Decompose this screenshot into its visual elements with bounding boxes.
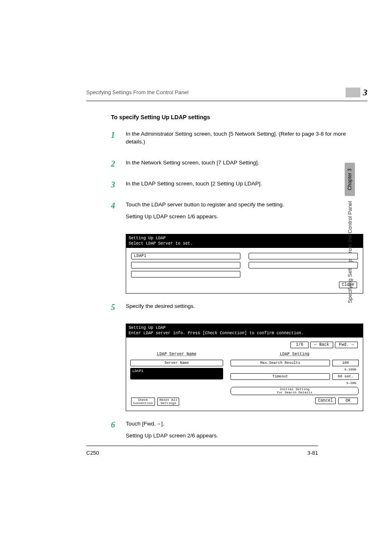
step-text: Touch [Fwd.→]. [126, 420, 363, 428]
page-footer: C250 3-81 [86, 446, 318, 457]
step-5: 5 Specify the desired settings. [111, 303, 363, 314]
step-number: 3 [111, 180, 126, 192]
page-header: Specifying Settings From the Control Pan… [86, 86, 367, 99]
screenshot-ldap-settings: Setting Up LDAP Enter LDAP server info. … [126, 324, 363, 411]
step-4: 4 Touch the LDAP server button to regist… [111, 201, 363, 225]
left-section-header: LDAP Server Name [130, 351, 223, 358]
right-section-header: LDAP Setting [231, 351, 359, 358]
chapter-box [346, 88, 360, 97]
ldap-server-button[interactable] [131, 271, 240, 278]
footer-model: C250 [86, 449, 99, 457]
chapter-number: 3 [363, 86, 367, 99]
screen-subtitle: Enter LDAP server info. Press [Check Con… [129, 331, 360, 336]
step-text: In the Administrator Setting screen, tou… [126, 130, 363, 146]
ldap-server-button[interactable] [249, 262, 358, 268]
reset-all-button[interactable]: Reset All Settings [157, 398, 179, 406]
max-search-results-range: 5–1000 [231, 367, 359, 372]
chapter-chip: Chapter 3 [345, 163, 355, 196]
step-1: 1 In the Administrator Setting screen, t… [111, 130, 363, 150]
step-3: 3 In the LDAP Setting screen, touch [2 S… [111, 180, 363, 192]
footer-page: 3-81 [307, 449, 318, 457]
step-number: 6 [111, 420, 126, 444]
step-text: Touch the LDAP server button to register… [126, 201, 363, 209]
step-number: 2 [111, 159, 126, 171]
fwd-button[interactable]: Fwd. → [335, 342, 358, 348]
step-text: Specify the desired settings. [126, 303, 363, 310]
back-button[interactable]: ← Back [310, 342, 333, 348]
check-connection-button[interactable]: Check Connection [131, 398, 155, 406]
fwd-label: Fwd. [339, 342, 349, 347]
side-label: Specifying Settings From the Control Pan… [346, 199, 355, 306]
side-tab: Chapter 3 Specifying Settings From the C… [345, 163, 355, 305]
ldap-server-button[interactable] [249, 253, 358, 259]
max-search-results-value: 100 [332, 360, 359, 366]
screen-title: Setting Up LDAP [129, 236, 360, 241]
step-text-2: Setting Up LDAP screen 1/6 appears. [126, 213, 363, 221]
ldap-server-button[interactable] [131, 262, 240, 268]
timeout-value: 60 sec. [332, 373, 359, 380]
screen-title: Setting Up LDAP [129, 325, 360, 331]
ldap-server-button[interactable]: LDAP1 [131, 253, 240, 259]
step-text-2: Setting Up LDAP screen 2/6 appears. [126, 432, 363, 440]
screenshot-ldap-list: Setting Up LDAP Select LDAP Server to se… [126, 234, 363, 294]
step-number: 5 [111, 303, 126, 314]
screen-subtitle: Select LDAP Server to set. [129, 241, 360, 246]
screen-titlebar: Setting Up LDAP Enter LDAP server info. … [126, 324, 363, 338]
step-number: 1 [111, 130, 126, 150]
running-head: Specifying Settings From the Control Pan… [86, 89, 189, 96]
cancel-button[interactable]: Cancel [315, 398, 336, 404]
timeout-button[interactable]: Timeout [231, 373, 330, 380]
step-text: In the Network Setting screen, touch [7 … [126, 159, 363, 167]
section-subtitle: To specify Setting Up LDAP settings [111, 113, 363, 122]
screen-titlebar: Setting Up LDAP Select LDAP Server to se… [126, 234, 363, 248]
step-text: In the LDAP Setting screen, touch [2 Set… [126, 180, 363, 188]
server-name-button[interactable]: Server Name [130, 360, 223, 366]
step-2: 2 In the Network Setting screen, touch [… [111, 159, 363, 171]
step-number: 4 [111, 201, 126, 225]
ok-button[interactable]: OK [338, 398, 358, 404]
chapter-mark: 3 [346, 86, 367, 99]
page-indicator: 1/6 [291, 342, 309, 348]
max-search-results-button[interactable]: Max.Search Results [231, 360, 330, 366]
server-name-value: LDAP1 [130, 368, 223, 379]
footer-rule [86, 446, 318, 446]
content: To specify Setting Up LDAP settings 1 In… [86, 113, 367, 444]
initial-setting-button[interactable]: Initial Setting for Search Details [231, 387, 359, 395]
step-6: 6 Touch [Fwd.→]. Setting Up LDAP screen … [111, 420, 363, 444]
header-rule [86, 101, 367, 101]
back-label: Back [319, 342, 329, 347]
timeout-range: 5–300 [231, 381, 359, 385]
